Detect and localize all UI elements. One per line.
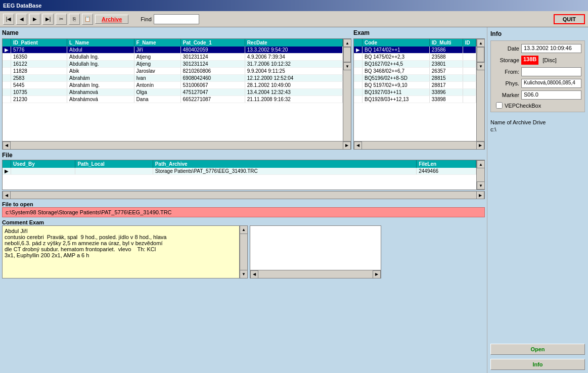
comment-scroll-down-btn[interactable]: ▼ (240, 270, 247, 278)
exam-scroll-down-btn[interactable]: ▼ (477, 62, 484, 70)
table-row[interactable]: ▶ 5776 Abdul Jiří 480402059 13.3.2002 9:… (3, 46, 343, 54)
comment-scroll-track (240, 234, 247, 270)
scroll-thumb[interactable] (343, 47, 351, 62)
hscroll-left-btn[interactable]: ◀ (3, 142, 11, 150)
table-row[interactable]: 2583 Abrahám Ivan 6908042460 12.12.2000 … (3, 75, 343, 82)
toolbar: |◀ ◀ ▶ ▶| ✂ ⎘ 📋 Archive Find QUIT (0, 11, 588, 27)
file-col-indicator (3, 160, 11, 168)
exam-hscroll-right-btn[interactable]: ▶ (476, 142, 484, 150)
exam-hscroll-left-btn[interactable]: ◀ (354, 142, 362, 150)
cell-path-archive: Storage Patients\PAT_5776\EEG_31490.TRC (153, 168, 416, 175)
patients-table: ID_Patient L_Name F_Name Pat_Code_1 RecD… (3, 39, 343, 103)
vep-row: VEPCheckBox (494, 102, 581, 109)
table-row[interactable]: 21230 Abrahámová Dana 6652271087 21.11.2… (3, 96, 343, 103)
row-indicator (3, 89, 11, 96)
table-row[interactable]: BQ1627/02++4,5 23801 (354, 61, 476, 68)
archive-drive-section: Name of Archive Drive c:\ (490, 119, 585, 132)
table-row[interactable]: BQ 1475/02++2,3 23588 (354, 54, 476, 61)
cell-lname: Abrahamová (67, 89, 134, 96)
nav-last-btn[interactable]: ▶| (42, 14, 54, 25)
info-button[interactable]: Info (490, 359, 585, 370)
col-id-patient[interactable]: ID_Patient (11, 39, 67, 46)
nav-paste-btn[interactable]: 📋 (82, 14, 93, 25)
exam-scroll-up-btn[interactable]: ▲ (477, 39, 484, 47)
file-label: File (2, 152, 13, 159)
col-pat-code[interactable]: Pat_Code_1 (180, 39, 245, 46)
file-scrollbar[interactable]: ▲ ▼ (476, 160, 484, 190)
col-l-name[interactable]: L_Name (67, 39, 134, 46)
cell-fname: Dana (134, 96, 180, 103)
marker-row: Marker S06.0 (494, 90, 581, 100)
patients-hscrollbar[interactable]: ◀ ▶ (3, 141, 351, 149)
table-row[interactable]: BQ1927/03++11 33896 (354, 89, 476, 96)
file-col-path-local[interactable]: Path_Local (75, 160, 153, 168)
file-hscroll-right-btn[interactable]: ▶ (476, 191, 484, 199)
comment-right-hscroll-right-btn[interactable]: ▶ (373, 270, 381, 278)
find-input[interactable] (154, 14, 199, 24)
from-label: From: (494, 69, 519, 75)
exam-col-id[interactable]: ID (463, 39, 476, 46)
cell-id: 16122 (11, 61, 67, 68)
from-row: From: (494, 67, 581, 76)
exam-col-code[interactable]: Code (363, 39, 430, 46)
table-row[interactable]: ▶ Storage Patients\PAT_5776\EEG_31490.TR… (3, 168, 476, 175)
row-indicator (3, 61, 11, 68)
table-row[interactable]: 5445 Abrahám Ing. Antonín 531006067 28.1… (3, 82, 343, 89)
cell-code: BQ1627/02++4,5 (363, 61, 430, 68)
col-f-name[interactable]: F_Name (134, 39, 180, 46)
cell-file-len: 2449466 (417, 168, 476, 175)
phys-label: Phys. (494, 80, 519, 86)
scroll-down-btn[interactable]: ▼ (343, 62, 351, 70)
file-to-open-label: File to open (2, 201, 33, 207)
table-row[interactable]: 16122 Abdullah Ing. Atjeng 301231124 31.… (3, 61, 343, 68)
row-indicator: ▶ (3, 168, 11, 175)
archive-button[interactable]: Archive (95, 15, 128, 24)
info-panel: Date 13.3.2002 10:09:46 Storage 138B [Di… (490, 40, 585, 112)
scroll-up-btn[interactable]: ▲ (343, 39, 351, 47)
main-content: Name Exam ID_Patient (0, 27, 588, 373)
cell-patcode: 531006067 (180, 82, 245, 89)
table-row[interactable]: BQ1928/03++12,13 33898 (354, 96, 476, 103)
file-hscroll-left-btn[interactable]: ◀ (3, 191, 11, 199)
vep-checkbox[interactable] (496, 102, 503, 109)
comment-right-hscrollbar[interactable]: ◀ ▶ (250, 270, 381, 278)
file-table-scroll[interactable]: Used_By Path_Local Path_Archive FileLen … (3, 160, 476, 190)
table-row[interactable]: 10735 Abrahamová Olga 475127047 13.4.200… (3, 89, 343, 96)
exam-scroll-thumb[interactable] (477, 47, 484, 62)
file-col-used-by[interactable]: Used_By (11, 160, 75, 168)
table-row[interactable]: BQ5196/02++8-SD 28815 (354, 75, 476, 82)
file-hscrollbar[interactable]: ◀ ▶ (2, 191, 485, 199)
table-row[interactable]: BQ 3468/02++6,7 26357 (354, 68, 476, 75)
file-col-file-len[interactable]: FileLen (417, 160, 476, 168)
comment-section: Comment Exam ▲ ▼ ◀ (2, 219, 485, 278)
exam-scrollbar[interactable]: ▲ ▼ (476, 39, 484, 141)
col-rec-date[interactable]: RecDate (245, 39, 342, 46)
patients-scrollbar[interactable]: ▲ ▼ (343, 39, 351, 141)
nav-cut-btn[interactable]: ✂ (56, 14, 67, 25)
table-row[interactable]: 16350 Abdullah Ing. Atjeng 301231124 4.9… (3, 54, 343, 61)
exam-table-scroll[interactable]: Code ID_Multi ID ▶ BQ 1474/02++1 23586 B… (354, 39, 476, 141)
file-col-path-archive[interactable]: Path_Archive (153, 160, 416, 168)
table-row[interactable]: BQ 5197/02++9,10 28817 (354, 82, 476, 89)
row-indicator (354, 61, 363, 68)
comment-scroll-up-btn[interactable]: ▲ (240, 226, 247, 234)
cell-id-multi: 23588 (429, 54, 463, 61)
comment-right-hscroll-left-btn[interactable]: ◀ (250, 270, 258, 278)
table-row[interactable]: ▶ BQ 1474/02++1 23586 (354, 46, 476, 54)
patients-table-scroll[interactable]: ID_Patient L_Name F_Name Pat_Code_1 RecD… (3, 39, 343, 141)
nav-next-btn[interactable]: ▶ (29, 14, 40, 25)
file-scroll-down-btn[interactable]: ▼ (477, 181, 485, 190)
file-scroll-up-btn[interactable]: ▲ (477, 160, 485, 168)
storage-disc: [Disc] (542, 57, 557, 63)
quit-button[interactable]: QUIT (554, 14, 585, 24)
nav-copy-btn[interactable]: ⎘ (69, 14, 80, 25)
hscroll-right-btn[interactable]: ▶ (343, 142, 351, 150)
nav-prev-btn[interactable]: ◀ (16, 14, 27, 25)
exam-hscrollbar[interactable]: ◀ ▶ (354, 141, 484, 149)
comment-textarea[interactable] (2, 225, 240, 278)
exam-col-id-multi[interactable]: ID_Multi (429, 39, 463, 46)
open-button[interactable]: Open (490, 344, 585, 355)
table-row[interactable]: 11828 Abik Jaroslav 8210260806 9.9.2004 … (3, 68, 343, 75)
nav-first-btn[interactable]: |◀ (3, 14, 14, 25)
comment-scrollbar[interactable]: ▲ ▼ (240, 225, 248, 278)
